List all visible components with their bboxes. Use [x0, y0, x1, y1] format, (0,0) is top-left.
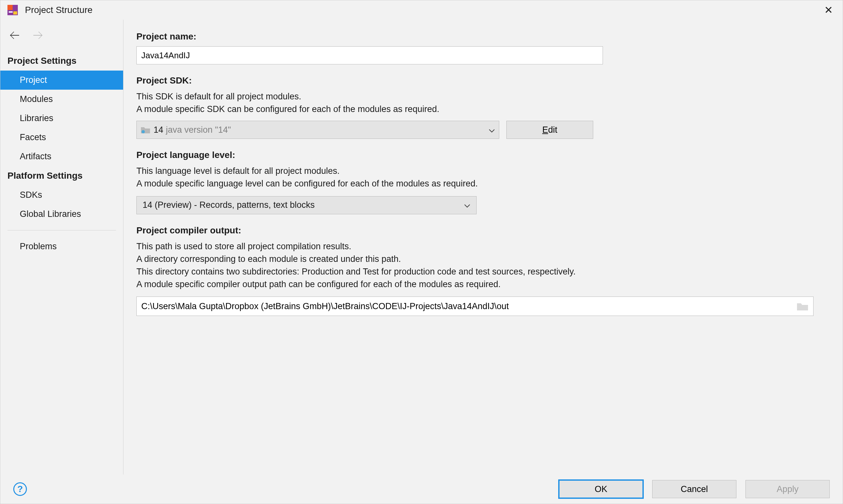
window-title: Project Structure	[25, 5, 93, 15]
compiler-output-desc2: A directory corresponding to each module…	[136, 253, 826, 266]
svg-point-4	[142, 130, 145, 133]
language-level-dropdown[interactable]: 14 (Preview) - Records, patterns, text b…	[136, 196, 477, 214]
compiler-output-desc3: This directory contains two subdirectori…	[136, 266, 826, 278]
dialog-footer: ? OK Cancel Apply	[0, 474, 843, 504]
project-sdk-label: Project SDK:	[136, 75, 826, 86]
forward-arrow-icon: 🡢	[33, 30, 43, 41]
sidebar-item-libraries[interactable]: Libraries	[0, 109, 123, 128]
chevron-down-icon	[488, 125, 495, 135]
sidebar-divider	[7, 230, 116, 231]
cancel-button[interactable]: Cancel	[652, 480, 736, 498]
edit-sdk-button[interactable]: Edit	[506, 121, 593, 139]
apply-button: Apply	[745, 480, 830, 498]
intellij-icon	[7, 4, 18, 16]
project-name-label: Project name:	[136, 31, 826, 42]
project-sdk-desc1: This SDK is default for all project modu…	[136, 90, 826, 103]
project-sdk-desc2: A module specific SDK can be configured …	[136, 103, 826, 115]
language-level-value: 14 (Preview) - Records, patterns, text b…	[142, 200, 314, 210]
project-sdk-dropdown[interactable]: 14 java version "14"	[136, 121, 499, 139]
svg-rect-3	[13, 11, 17, 15]
sdk-name: 14	[154, 125, 163, 135]
compiler-output-desc1: This path is used to store all project c…	[136, 240, 826, 253]
close-icon[interactable]: ✕	[821, 3, 836, 17]
sidebar-item-problems[interactable]: Problems	[0, 237, 123, 256]
svg-rect-2	[9, 11, 13, 13]
sidebar-item-modules[interactable]: Modules	[0, 90, 123, 109]
sidebar-section-platform-settings: Platform Settings	[0, 166, 123, 185]
project-name-input[interactable]	[136, 46, 603, 65]
browse-folder-icon[interactable]	[796, 301, 809, 311]
content-pane: Project name: Project SDK: This SDK is d…	[123, 20, 843, 474]
titlebar: Project Structure ✕	[0, 0, 843, 20]
svg-rect-1	[7, 5, 13, 10]
sidebar-item-global-libraries[interactable]: Global Libraries	[0, 204, 123, 224]
sidebar-item-facets[interactable]: Facets	[0, 128, 123, 147]
sdk-folder-icon	[141, 126, 150, 134]
language-level-label: Project language level:	[136, 150, 826, 160]
sidebar-item-artifacts[interactable]: Artifacts	[0, 147, 123, 166]
sdk-version: java version "14"	[166, 125, 231, 135]
sidebar-item-sdks[interactable]: SDKs	[0, 185, 123, 204]
back-arrow-icon[interactable]: 🡠	[10, 30, 20, 41]
sidebar-item-project[interactable]: Project	[0, 71, 123, 90]
language-level-desc1: This language level is default for all p…	[136, 165, 826, 177]
language-level-desc2: A module specific language level can be …	[136, 177, 826, 190]
ok-button[interactable]: OK	[559, 480, 643, 498]
compiler-output-label: Project compiler output:	[136, 225, 826, 236]
sidebar-section-project-settings: Project Settings	[0, 51, 123, 71]
chevron-down-icon	[464, 200, 470, 210]
compiler-output-desc4: A module specific compiler output path c…	[136, 278, 826, 291]
sidebar: 🡠 🡢 Project Settings Project Modules Lib…	[0, 20, 123, 474]
compiler-output-input[interactable]	[137, 297, 796, 316]
help-icon[interactable]: ?	[13, 482, 27, 496]
